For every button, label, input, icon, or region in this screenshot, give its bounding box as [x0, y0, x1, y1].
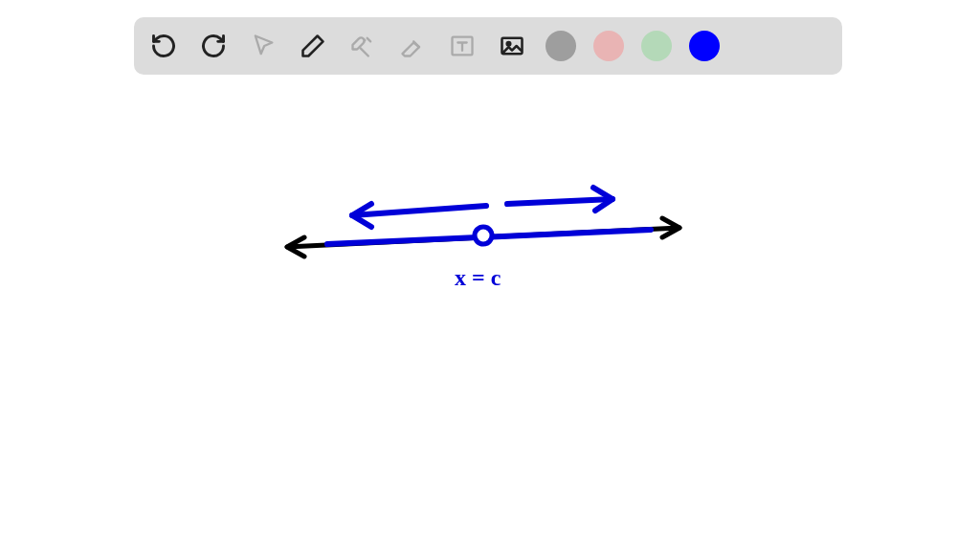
color-blue[interactable] [689, 31, 720, 61]
blue-double-arrow [352, 188, 612, 227]
color-gray[interactable] [546, 31, 576, 61]
annotation-label: x = c [455, 265, 501, 290]
color-green[interactable] [641, 31, 672, 61]
tools-settings-button[interactable] [346, 30, 379, 62]
image-insert-button[interactable] [496, 30, 528, 62]
pencil-button[interactable] [297, 30, 329, 62]
undo-button[interactable] [147, 30, 180, 62]
drawing-toolbar [134, 17, 842, 75]
svg-point-2 [507, 42, 511, 46]
svg-line-6 [352, 206, 486, 215]
redo-button[interactable] [197, 30, 230, 62]
color-pink[interactable] [593, 31, 624, 61]
svg-point-5 [475, 227, 492, 244]
eraser-button[interactable] [396, 30, 429, 62]
open-circle-hole [475, 227, 492, 244]
pointer-button[interactable] [247, 30, 279, 62]
text-box-button[interactable] [446, 30, 479, 62]
svg-line-7 [507, 199, 612, 204]
drawing-canvas[interactable]: x = c [0, 86, 980, 536]
